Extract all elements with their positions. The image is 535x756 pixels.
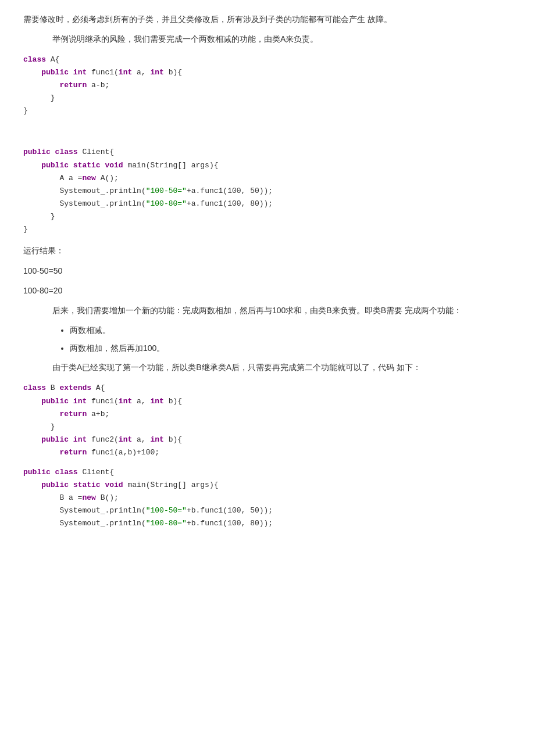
main-content: 需要修改时，必须考虑到所有的子类，并且父类修改后，所有涉及到子类的功能都有可能会… [23,12,512,530]
code-block-client-2: public class Client{ public static void … [23,466,512,530]
bullet-item-2: 两数相加，然后再加100。 [70,341,512,356]
feature-list: 两数相减。 两数相加，然后再加100。 [23,323,512,356]
middle-text-1: 后来，我们需要增加一个新的功能：完成两数相加，然后再与100求和，由类B来负责。… [23,303,512,318]
code-block-class-b: class B extends A{ public int func1(int … [23,382,512,459]
code-block-client-1: public class Client{ public static void … [23,146,512,236]
result-label: 运行结果： [23,243,512,259]
intro-text-2: 举例说明继承的风险，我们需要完成一个两数相减的功能，由类A来负责。 [23,32,512,46]
middle-text-2: 由于类A已经实现了第一个功能，所以类B继承类A后，只需要再完成第二个功能就可以了… [23,360,512,375]
bullet-item-1: 两数相减。 [70,323,512,338]
result-line-2: 100-80=20 [23,283,512,299]
code-block-class-a: class A{ public int func1(int a, int b){… [23,53,512,117]
intro-text-1: 需要修改时，必须考虑到所有的子类，并且父类修改后，所有涉及到子类的功能都有可能会… [23,12,512,27]
result-line-1: 100-50=50 [23,263,512,279]
